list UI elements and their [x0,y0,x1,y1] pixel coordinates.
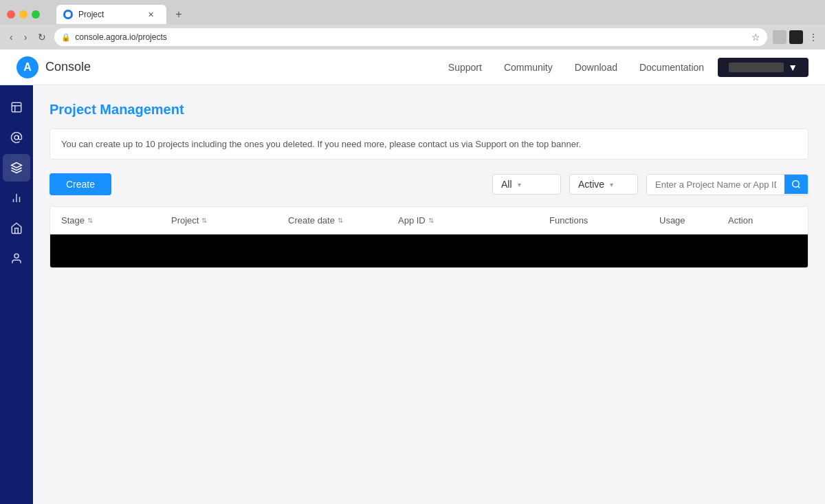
app-name: Console [45,60,91,74]
page-title: Project Management [50,102,808,118]
svg-point-8 [14,254,19,258]
svg-point-3 [14,135,19,140]
back-button[interactable]: ‹ [7,30,16,44]
project-table: Stage ⇅ Project ⇅ Create date ⇅ App ID [50,206,808,268]
svg-point-9 [793,181,799,187]
top-nav: A Console Support Community Download Doc… [0,50,825,85]
filter-all-chevron-icon: ▾ [518,181,521,188]
filter-status-chevron-icon: ▾ [610,181,613,188]
svg-marker-4 [12,163,22,168]
search-box [646,174,808,195]
extension-user-icon[interactable] [789,30,803,44]
browser-menu-button[interactable]: ⋮ [808,32,818,43]
address-text: console.agora.io/projects [75,32,747,42]
search-icon [791,179,801,189]
sort-date-icon: ⇅ [338,217,343,224]
col-app-id[interactable]: App ID ⇅ [398,215,549,226]
lock-icon: 🔒 [61,33,71,42]
create-button[interactable]: Create [50,173,111,195]
community-link[interactable]: Community [496,58,561,77]
main-content: Project Management You can create up to … [33,85,825,504]
extension-puzzle-icon[interactable] [773,30,786,44]
sidebar [0,85,33,504]
sort-stage-icon: ⇅ [87,217,93,224]
tab-close-button[interactable]: ✕ [146,10,155,19]
sidebar-item-chart[interactable] [3,184,30,212]
col-project[interactable]: Project ⇅ [171,215,288,226]
filter-all-select[interactable]: All ▾ [492,174,561,195]
col-functions: Functions [549,215,659,226]
search-button[interactable] [784,175,808,194]
maximize-button[interactable] [32,10,40,19]
search-input[interactable] [647,175,784,195]
sidebar-item-document[interactable] [3,94,30,121]
logo-area: A Console [16,56,91,78]
svg-line-10 [798,186,800,188]
download-link[interactable]: Download [566,58,626,77]
col-usage: Usage [659,215,728,226]
table-row[interactable] [50,234,808,267]
sidebar-item-at[interactable] [3,124,30,151]
address-bar-row: ‹ › ↻ 🔒 console.agora.io/projects ☆ ⋮ [0,25,825,50]
refresh-button[interactable]: ↻ [35,30,49,44]
toolbar-row: Create All ▾ Active ▾ [50,173,808,195]
sidebar-item-home[interactable] [3,215,30,242]
top-nav-links: Support Community Download Documentation… [440,58,808,77]
logo-icon: A [16,56,38,78]
support-link[interactable]: Support [440,58,490,77]
close-button[interactable] [7,10,15,19]
address-bar[interactable]: 🔒 console.agora.io/projects ☆ [54,28,767,46]
info-banner: You can create up to 10 projects includi… [50,129,808,160]
sort-project-icon: ⇅ [201,217,207,224]
tab-favicon [63,10,73,19]
col-stage[interactable]: Stage ⇅ [61,215,171,226]
sort-appid-icon: ⇅ [428,217,434,224]
sidebar-item-user[interactable] [3,245,30,272]
bookmark-icon[interactable]: ☆ [751,32,760,43]
active-tab[interactable]: Project ✕ [56,5,166,24]
tab-label: Project [78,10,104,19]
minimize-button[interactable] [19,10,28,19]
filter-status-select[interactable]: Active ▾ [569,174,638,195]
sidebar-item-layers[interactable] [3,154,30,182]
extension-icons [773,30,803,44]
user-menu-button[interactable]: ▼ [718,58,808,77]
traffic-lights[interactable] [7,10,40,19]
table-header: Stage ⇅ Project ⇅ Create date ⇅ App ID [50,207,808,234]
col-create-date[interactable]: Create date ⇅ [288,215,398,226]
forward-button[interactable]: › [21,30,30,44]
new-tab-button[interactable]: + [169,5,188,24]
svg-rect-0 [12,102,21,112]
col-action: Action [728,215,797,226]
documentation-link[interactable]: Documentation [631,58,712,77]
user-name-placeholder [729,63,784,72]
